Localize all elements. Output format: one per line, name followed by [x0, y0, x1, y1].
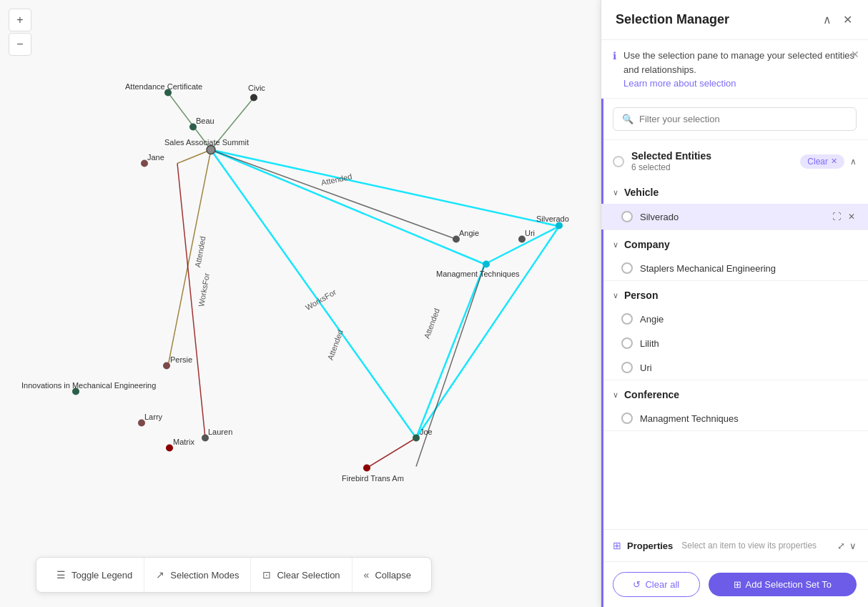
person-category-name: Person [624, 290, 658, 301]
vehicle-items: Silverado ⛶ ✕ [601, 204, 868, 230]
silverado-remove-button[interactable]: ✕ [847, 210, 857, 223]
mgmt-tech-item[interactable]: Managment Techniques [601, 406, 868, 430]
angie-item[interactable]: Angie [601, 307, 868, 331]
svg-line-5 [485, 227, 559, 265]
selected-entities-collapse-icon[interactable]: ∧ [850, 157, 857, 167]
silverado-expand-button[interactable]: ⛶ [831, 210, 842, 223]
conference-chevron-icon: ∨ [613, 390, 618, 400]
toggle-legend-button[interactable]: ☰ Toggle Legend [45, 558, 144, 592]
collapse-label: Collapse [375, 570, 411, 581]
silverado-item[interactable]: Silverado ⛶ ✕ [601, 204, 868, 230]
panel-title: Selection Manager [616, 12, 729, 27]
zoom-in-button[interactable]: + [9, 9, 31, 31]
selection-manager-panel: Selection Manager ∧ ✕ ℹ Use the selectio… [601, 0, 868, 607]
selected-entities-radio [613, 156, 624, 167]
selected-entities-right: Clear ✕ ∧ [800, 154, 857, 169]
uri-item[interactable]: Uri [601, 355, 868, 380]
collapse-button[interactable]: « Collapse [352, 558, 423, 592]
conference-category-name: Conference [624, 389, 679, 400]
selected-entities-left: Selected Entities 6 selected [613, 150, 711, 172]
svg-line-4 [416, 227, 559, 438]
svg-line-6 [168, 150, 211, 366]
clear-label: Clear [807, 157, 828, 167]
svg-text:WorksFor: WorksFor [304, 287, 337, 312]
zoom-controls: + − [9, 9, 31, 56]
svg-point-38 [163, 362, 170, 370]
category-vehicle-header[interactable]: ∨ Vehicle [601, 178, 868, 204]
staplers-item[interactable]: Staplers Mechanical Engineering [601, 256, 868, 280]
svg-point-32 [556, 222, 563, 230]
conference-items: Managment Techniques [601, 406, 868, 430]
clear-badge-button[interactable]: Clear ✕ [800, 154, 844, 169]
svg-text:WorksFor: WorksFor [197, 272, 211, 307]
svg-text:Uri: Uri [525, 229, 535, 237]
svg-text:Jane: Jane [147, 153, 164, 162]
svg-text:Sales Associate Summit: Sales Associate Summit [164, 138, 249, 147]
svg-point-48 [413, 435, 420, 442]
selected-entities-title: Selected Entities [631, 150, 711, 162]
svg-line-7 [177, 150, 211, 164]
category-person-header[interactable]: ∨ Person [601, 281, 868, 307]
svg-text:Angie: Angie [459, 229, 479, 237]
collapse-icon: « [364, 569, 370, 581]
category-conference-header[interactable]: ∨ Conference [601, 380, 868, 406]
category-conference: ∨ Conference Managment Techniques [601, 380, 868, 431]
svg-text:Attendance Certificate: Attendance Certificate [125, 82, 202, 91]
zoom-out-button[interactable]: − [9, 33, 31, 56]
svg-point-26 [207, 146, 215, 154]
add-selection-icon: ⊞ [734, 579, 741, 590]
clear-all-icon: ↺ [633, 579, 641, 590]
properties-row: ⊞ Properties Select an item to view its … [601, 529, 868, 561]
category-company-header[interactable]: ∨ Company [601, 230, 868, 256]
clear-selection-button[interactable]: ⊡ Clear Selection [251, 558, 352, 592]
selection-modes-label: Selection Modes [170, 570, 239, 581]
properties-left: ⊞ Properties Select an item to view its … [613, 540, 817, 551]
filter-input-wrap: 🔍 [613, 107, 857, 131]
uri-dot [621, 362, 633, 373]
properties-collapse-button[interactable]: ∨ [849, 541, 857, 551]
svg-text:Beau: Beau [196, 117, 214, 125]
svg-text:Matrix: Matrix [173, 438, 194, 446]
svg-line-11 [416, 265, 485, 467]
panel-content[interactable]: Selected Entities 6 selected Clear ✕ ∧ ∨… [601, 140, 868, 529]
properties-icon: ⊞ [613, 540, 621, 551]
category-vehicle: ∨ Vehicle Silverado ⛶ ✕ [601, 178, 868, 230]
add-selection-set-button[interactable]: ⊞ Add Selection Set To [709, 573, 857, 596]
legend-icon: ☰ [56, 569, 66, 581]
vehicle-category-name: Vehicle [624, 187, 659, 198]
info-icon: ℹ [613, 50, 616, 61]
uri-label: Uri [640, 362, 857, 373]
selected-count: 6 selected [631, 162, 711, 172]
svg-text:Innovations in Mechanical Engi: Innovations in Mechanical Engineering [21, 381, 156, 390]
svg-point-36 [483, 261, 490, 268]
person-items: Angie Lilith Uri [601, 307, 868, 380]
svg-point-22 [250, 94, 257, 102]
svg-text:Persie: Persie [170, 355, 192, 364]
angie-dot [621, 313, 633, 325]
clear-all-button[interactable]: ↺ Clear all [613, 572, 700, 597]
lilith-item[interactable]: Lilith [601, 331, 868, 355]
panel-header: Selection Manager ∧ ✕ [601, 0, 868, 40]
selection-modes-button[interactable]: ↗ Selection Modes [144, 558, 251, 592]
graph-canvas[interactable]: + − [0, 0, 601, 607]
svg-text:Silverado: Silverado [536, 214, 569, 223]
properties-expand-button[interactable]: ⤢ [837, 541, 845, 551]
add-selection-label: Add Selection Set To [746, 579, 832, 590]
svg-text:Managment Techniques: Managment Techniques [436, 270, 520, 278]
panel-footer: ↺ Clear all ⊞ Add Selection Set To [601, 561, 868, 607]
info-close-button[interactable]: ✕ [851, 49, 859, 60]
svg-text:Lauren: Lauren [208, 428, 232, 436]
filter-input[interactable] [639, 114, 847, 124]
svg-line-0 [211, 150, 559, 227]
category-company: ∨ Company Staplers Mechanical Engineerin… [601, 230, 868, 281]
info-content: Use the selection pane to manage your se… [623, 49, 857, 89]
svg-text:Attended: Attended [193, 235, 207, 267]
properties-hint: Select an item to view its properties [681, 541, 817, 551]
info-link[interactable]: Learn more about selection [623, 78, 736, 89]
panel-collapse-button[interactable]: ∧ [822, 11, 833, 28]
info-text: Use the selection pane to manage your se… [623, 49, 857, 77]
panel-close-button[interactable]: ✕ [842, 11, 854, 28]
properties-label: Properties [627, 541, 673, 551]
selection-modes-icon: ↗ [156, 569, 164, 581]
lilith-dot [621, 337, 633, 349]
